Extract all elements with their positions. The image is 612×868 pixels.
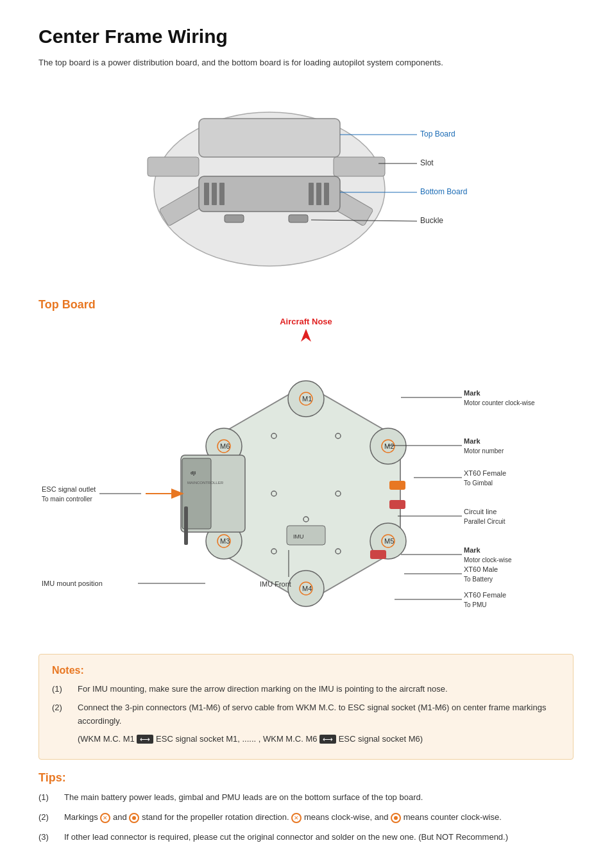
tip-item-2: (2) Markings ✕ and stand for the propell… xyxy=(38,811,574,824)
svg-rect-9 xyxy=(204,183,209,205)
tip-text-2: Markings ✕ and stand for the propeller r… xyxy=(64,811,574,824)
tip-num-1: (1) xyxy=(38,791,64,805)
svg-text:To PMU: To PMU xyxy=(464,601,487,608)
svg-text:Bottom Board: Bottom Board xyxy=(420,187,467,196)
svg-text:MAINCONTROLLER: MAINCONTROLLER xyxy=(187,481,224,485)
svg-text:IMU mount position: IMU mount position xyxy=(42,580,103,587)
svg-text:To Gimbal: To Gimbal xyxy=(464,480,493,487)
svg-text:Motor clock-wise: Motor clock-wise xyxy=(464,556,512,563)
svg-text:Mark: Mark xyxy=(464,437,481,445)
overview-diagram: Top Board Slot Bottom Board Buckle xyxy=(38,80,574,285)
svg-rect-57 xyxy=(389,481,405,490)
tips-title: Tips: xyxy=(38,771,574,785)
top-board-title: Top Board xyxy=(38,298,574,312)
tip-item-3: (3) If other lead connector is required,… xyxy=(38,831,574,844)
page-title: Center Frame Wiring xyxy=(38,26,574,47)
svg-text:dji: dji xyxy=(191,471,196,476)
svg-rect-7 xyxy=(225,215,244,222)
svg-rect-2 xyxy=(148,157,199,176)
note-text-1: For IMU mounting, make sure the arrow di… xyxy=(78,683,560,696)
svg-rect-59 xyxy=(370,550,386,559)
tip-text-1: The main battery power leads, gimbal and… xyxy=(64,791,574,805)
svg-text:Circuit line: Circuit line xyxy=(464,508,497,515)
aircraft-nose-arrow xyxy=(300,329,312,342)
cw-icon-inline: ✕ xyxy=(291,813,302,823)
svg-text:To main controller: To main controller xyxy=(42,496,93,503)
svg-rect-14 xyxy=(309,183,314,205)
tip-num-3: (3) xyxy=(38,831,64,844)
svg-rect-10 xyxy=(212,183,217,205)
svg-rect-13 xyxy=(316,183,321,205)
ccw-icon-inline xyxy=(391,813,401,823)
svg-text:XT60 Male: XT60 Male xyxy=(464,565,498,573)
svg-text:Mark: Mark xyxy=(464,546,481,554)
svg-text:M4: M4 xyxy=(302,585,312,592)
note-item-2: (2) Connect the 3-pin connectors (M1-M6)… xyxy=(52,701,560,728)
svg-text:To Battery: To Battery xyxy=(464,576,493,583)
ccw-marking-icon xyxy=(129,813,139,823)
svg-text:XT60 Female: XT60 Female xyxy=(464,591,506,599)
note-num-2: (2) xyxy=(52,701,78,728)
svg-rect-12 xyxy=(324,183,329,205)
page-subtitle: The top board is a power distribution bo… xyxy=(38,58,574,67)
tip-text-3: If other lead connector is required, ple… xyxy=(64,831,574,844)
cw-marking-icon: ✕ xyxy=(100,813,110,823)
svg-text:M2: M2 xyxy=(384,442,394,450)
svg-text:IMU: IMU xyxy=(293,533,304,540)
svg-text:M5: M5 xyxy=(384,537,394,545)
svg-rect-11 xyxy=(219,183,225,205)
board-diagram: M1 M2 M5 M4 M3 M6 xyxy=(38,346,574,641)
svg-text:Slot: Slot xyxy=(420,158,434,167)
svg-marker-23 xyxy=(301,329,311,342)
note-text-2: Connect the 3-pin connectors (M1-M6) of … xyxy=(78,701,560,728)
svg-text:IMU Front: IMU Front xyxy=(260,580,291,588)
svg-text:M6: M6 xyxy=(220,442,230,450)
svg-text:Buckle: Buckle xyxy=(420,216,443,225)
svg-text:XT60 Female: XT60 Female xyxy=(464,469,506,477)
svg-rect-8 xyxy=(289,215,308,222)
svg-rect-48 xyxy=(287,526,325,545)
svg-text:Top Board: Top Board xyxy=(420,129,455,138)
top-board-section: Top Board Aircraft Nose M1 M2 xyxy=(38,298,574,641)
note-sub-2: (WKM M.C. M1 ⟷ ESC signal socket M1, ...… xyxy=(78,733,560,746)
aircraft-nose-label: Aircraft Nose xyxy=(38,317,574,326)
tip-num-2: (2) xyxy=(38,811,64,824)
svg-text:Mark: Mark xyxy=(464,389,481,397)
svg-text:Parallel Circuit: Parallel Circuit xyxy=(464,518,506,525)
notes-title: Notes: xyxy=(52,665,560,676)
svg-rect-3 xyxy=(334,157,385,176)
svg-text:Motor number: Motor number xyxy=(464,447,504,455)
svg-text:ESC signal outlet: ESC signal outlet xyxy=(42,485,96,493)
note-item-1: (1) For IMU mounting, make sure the arro… xyxy=(52,683,560,696)
svg-rect-47 xyxy=(184,506,188,545)
notes-section: Notes: (1) For IMU mounting, make sure t… xyxy=(38,654,574,760)
tips-section: Tips: (1) The main battery power leads, … xyxy=(38,766,574,855)
svg-rect-58 xyxy=(389,500,405,509)
tip-item-1: (1) The main battery power leads, gimbal… xyxy=(38,791,574,805)
svg-text:M1: M1 xyxy=(302,395,312,403)
svg-rect-1 xyxy=(199,119,340,157)
note-num-1: (1) xyxy=(52,683,78,696)
svg-text:M3: M3 xyxy=(220,537,230,545)
svg-text:Motor counter clock-wise: Motor counter clock-wise xyxy=(464,399,535,406)
